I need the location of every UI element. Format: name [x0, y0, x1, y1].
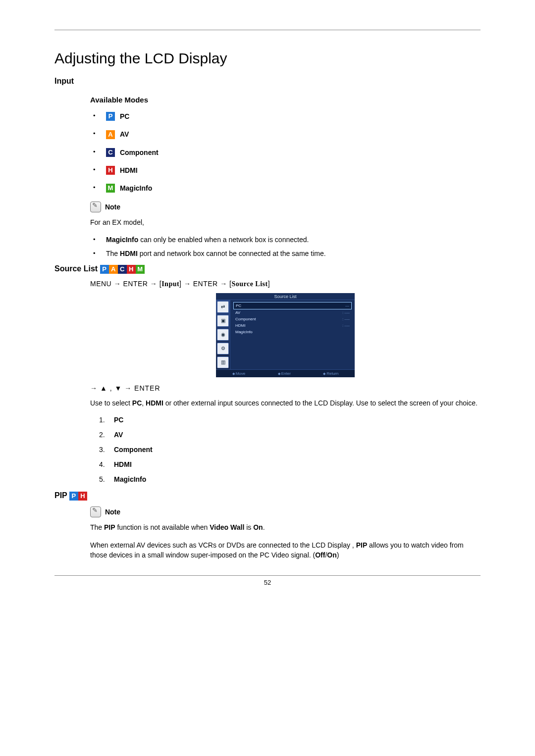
osd-setup-icon: ⚙: [217, 343, 229, 354]
mode-magicinfo: M MagicInfo: [90, 184, 481, 193]
pip1-b2: Video Wall: [210, 523, 244, 531]
desc-mid1: ,: [142, 399, 146, 407]
mode-label-av: AV: [120, 131, 129, 139]
opt-pc: PC: [99, 416, 481, 424]
osd-row-magicinfo: MagicInfo: [233, 329, 352, 335]
page-number: 52: [54, 579, 481, 586]
osd-picture-icon: ▣: [217, 315, 229, 327]
osd-row-hdmi: HDMI : ----: [233, 322, 352, 329]
pip1-b3: On: [253, 523, 263, 531]
pip2-b2: Off: [315, 551, 325, 559]
menu-path: MENU → ENTER → [Input] → ENTER → [Source…: [90, 280, 481, 288]
pip-note-block: Note: [90, 506, 481, 517]
pip-heading: PIP PH: [54, 491, 481, 501]
m-icon: M: [136, 265, 145, 274]
osd-sound-icon: ◉: [217, 329, 229, 341]
note-bullets: MagicInfo can only be enabled when a net…: [90, 236, 481, 257]
source-list-heading-text: Source List: [54, 264, 98, 273]
arrow-icon: →: [150, 280, 158, 288]
osd-val: —: [345, 303, 349, 308]
p-icon: P: [106, 112, 115, 121]
osd-multi-icon: ▥: [217, 356, 229, 368]
note-pre-2: The: [106, 250, 120, 257]
source-list-body: MENU → ENTER → [Input] → ENTER → [Source…: [90, 280, 481, 483]
osd-val: : ----: [342, 323, 350, 328]
pip-heading-text: PIP: [54, 491, 67, 500]
mode-component: C Component: [90, 148, 481, 157]
p-icon: P: [69, 492, 78, 501]
menu-path-enter2: ENTER: [193, 280, 218, 288]
available-modes-heading: Available Modes: [90, 96, 481, 104]
page: Adjusting the LCD Display Input Availabl…: [0, 0, 535, 606]
note-icon: [90, 506, 101, 517]
pip1-mid2: is: [244, 523, 253, 531]
pip1-pre: The: [90, 523, 104, 531]
osd-name: Component: [235, 317, 256, 321]
osd-body: ⇄ ▣ ◉ ⚙ ▥ PC — AV : ---- Co: [216, 300, 355, 369]
modes-list: P PC A AV C Component H HDMI M MagicInfo: [90, 112, 481, 193]
mode-label-pc: PC: [120, 112, 129, 120]
note-intro: For an EX model,: [90, 217, 481, 227]
note-bullet-1: MagicInfo can only be enabled when a net…: [90, 236, 481, 244]
osd-return: Return: [323, 371, 338, 376]
arrow-icon: →: [114, 280, 121, 288]
pip-note-label: Note: [105, 508, 120, 516]
osd-row-pc: PC —: [233, 302, 352, 309]
h-icon: H: [127, 265, 136, 274]
arrow-icon: →: [184, 280, 191, 288]
top-divider: [54, 30, 481, 30]
osd-row-component: Component : ----: [233, 316, 352, 322]
osd-move: Move: [232, 371, 246, 376]
desc-post: or other external input sources connecte…: [163, 399, 478, 407]
source-list-mode-strip: PACHM: [100, 264, 145, 273]
pip1-end: .: [263, 523, 265, 531]
pip2-b3: On: [327, 551, 336, 559]
pip1-mid: function is not available when: [115, 523, 210, 531]
page-title: Adjusting the LCD Display: [54, 50, 481, 67]
pip2-end: ): [337, 551, 339, 559]
osd-side-icons: ⇄ ▣ ◉ ⚙ ▥: [216, 300, 230, 369]
note-label: Note: [105, 203, 120, 211]
source-options-list: PC AV Component HDMI MagicInfo: [99, 416, 481, 483]
mode-label-hdmi: HDMI: [120, 166, 138, 174]
desc-hdmi: HDMI: [146, 399, 163, 407]
opt-magicinfo: MagicInfo: [99, 475, 481, 483]
a-icon: A: [109, 265, 118, 274]
osd-val: : ----: [342, 310, 350, 315]
mode-label-magicinfo: MagicInfo: [120, 184, 152, 192]
osd-enter: Enter: [278, 371, 291, 376]
opt-av: AV: [99, 431, 481, 439]
mode-av: A AV: [90, 130, 481, 139]
h-icon: H: [78, 492, 87, 501]
mode-hdmi: H HDMI: [90, 166, 481, 175]
note-bullet-2: The HDMI port and network box cannot be …: [90, 250, 481, 257]
osd-main: PC — AV : ---- Component : ---- HDMI : -…: [230, 300, 355, 369]
input-heading: Input: [54, 77, 481, 86]
desc-pre: Use to select: [90, 399, 132, 407]
note-rest-1: can only be enabled when a network box i…: [138, 236, 309, 244]
osd-name: HDMI: [235, 323, 245, 328]
menu-path-enter1: ENTER: [123, 280, 148, 288]
source-list-description: Use to select PC, HDMI or other external…: [90, 398, 481, 408]
pip-note-1: The PIP function is not available when V…: [90, 522, 481, 532]
h-icon: H: [106, 166, 115, 175]
source-list-heading: Source List PACHM: [54, 264, 481, 274]
osd-bottom: Move Enter Return: [216, 369, 355, 377]
m-icon: M: [106, 184, 115, 193]
osd-name: AV: [235, 310, 240, 315]
osd-input-icon: ⇄: [217, 301, 229, 313]
note-bold-1: MagicInfo: [106, 236, 138, 244]
note-block: Note: [90, 202, 481, 212]
osd-name: MagicInfo: [235, 330, 253, 334]
note-rest-2: port and network box cannot be connected…: [138, 250, 326, 257]
osd-row-av: AV : ----: [233, 309, 352, 316]
menu-path-input: Input: [161, 280, 179, 288]
opt-hdmi: HDMI: [99, 460, 481, 468]
osd-screenshot: Source List ⇄ ▣ ◉ ⚙ ▥ PC — AV : ---: [216, 293, 355, 377]
pip1-b1: PIP: [104, 523, 115, 531]
available-modes-section: Available Modes P PC A AV C Component H …: [90, 96, 481, 257]
mode-label-component: Component: [120, 149, 159, 156]
bottom-divider: [54, 575, 481, 576]
nav-keys: → ▲ , ▼ → ENTER: [90, 384, 481, 392]
opt-component: Component: [99, 446, 481, 454]
